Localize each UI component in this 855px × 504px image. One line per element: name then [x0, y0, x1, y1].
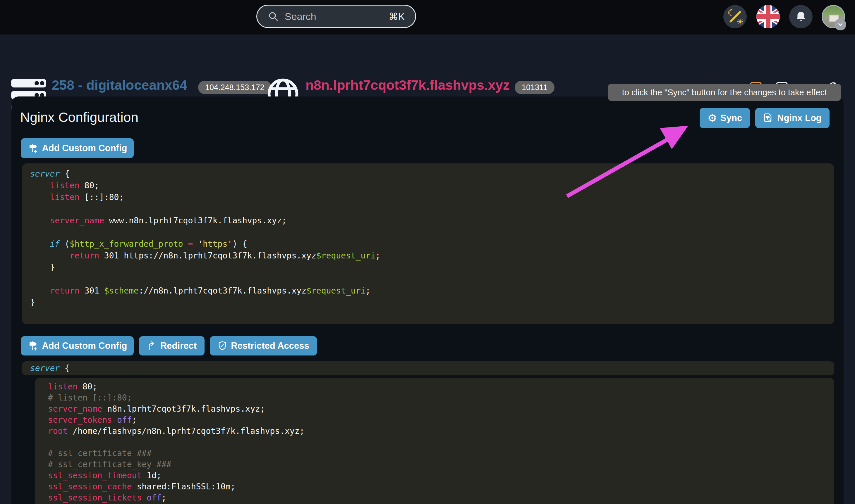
code-line: server { — [30, 168, 834, 180]
add-custom-config-button-2[interactable]: Add Custom Config — [21, 336, 134, 356]
code-line: root /home/flashvps/n8n.lprht7cqot3f7k.f… — [48, 426, 834, 437]
code-line: server_tokens off; — [48, 415, 834, 426]
search-shortcut: ⌘K — [388, 11, 405, 22]
search-placeholder: Search — [285, 11, 316, 22]
site-domain-title[interactable]: n8n.lprht7cqot3f7k.flashvps.xyz — [306, 77, 510, 93]
nginx-log-button-label: Nginx Log — [777, 113, 822, 123]
code-line — [48, 437, 834, 448]
site-id-badge: 101311 — [515, 81, 555, 94]
code-line: return 301 $scheme://n8n.lprht7cqot3f7k.… — [30, 285, 834, 297]
shield-edit-icon — [217, 340, 227, 352]
code-line: listen 80; — [30, 180, 834, 192]
sync-tooltip: to click the "Sync" button for the chang… — [608, 84, 841, 101]
add-custom-config-button[interactable]: Add Custom Config — [21, 138, 134, 158]
code-line: ssl_session_timeout 1d; — [48, 470, 834, 481]
code-line: } — [30, 262, 834, 273]
code-line — [30, 273, 834, 285]
code-line: # listen [::]:80; — [48, 392, 834, 403]
code-line: # ssl_certificate ### — [48, 448, 834, 459]
bell-icon — [795, 11, 807, 23]
gear-sync-icon: ⚙ — [708, 113, 717, 123]
signpost-plus-icon — [27, 340, 38, 352]
code-line: listen 80; — [48, 381, 834, 392]
page: Search ⌘K ☾ ☀ — [0, 0, 855, 504]
code-line: return 301 https://n8n.lprht7cqot3f7k.fl… — [30, 250, 834, 262]
restricted-access-button[interactable]: Restricted Access — [210, 336, 317, 356]
code-line: # ssl_certificate_key ### — [48, 459, 834, 470]
restricted-access-label: Restricted Access — [231, 341, 309, 351]
code-line: ssl_session_tickets off; — [48, 492, 834, 503]
chevron-down-icon — [837, 21, 843, 28]
log-search-icon — [763, 112, 774, 124]
signpost-plus-icon — [27, 142, 38, 154]
server-ip-badge: 104.248.153.172 — [198, 81, 272, 94]
code-line: server { — [30, 361, 834, 375]
add-custom-config-label-2: Add Custom Config — [42, 341, 127, 351]
nginx-log-button[interactable]: Nginx Log — [755, 108, 830, 128]
server-title[interactable]: 258 - digitaloceanx64 — [52, 77, 187, 93]
code-line: ssl_session_cache shared:FlashSSL:10m; — [48, 481, 834, 492]
code-line: if ($http_x_forwarded_proto = 'https') { — [30, 238, 834, 250]
code-line — [30, 227, 834, 238]
code-line: listen [::]:80; — [30, 192, 834, 203]
redirect-arrow-icon — [147, 341, 157, 351]
theme-toggle-button[interactable]: ☾ ☀ — [723, 5, 747, 28]
search-input[interactable]: Search ⌘K — [256, 5, 416, 28]
nginx-config-editor-2-header[interactable]: server { — [22, 361, 834, 375]
sun-icon: ☀ — [736, 17, 744, 26]
page-title: Nginx Configuration — [20, 109, 138, 125]
nginx-config-editor-1[interactable]: server { listen 80; listen [::]:80; serv… — [22, 163, 834, 324]
notifications-button[interactable] — [789, 5, 813, 28]
avatar-menu-button[interactable] — [835, 19, 846, 31]
code-line — [30, 203, 834, 215]
redirect-button[interactable]: Redirect — [139, 336, 205, 356]
top-bar: Search ⌘K ☾ ☀ — [0, 0, 855, 35]
code-line: server_name www.n8n.lprht7cqot3f7k.flash… — [30, 215, 834, 227]
sync-button[interactable]: ⚙ Sync — [700, 108, 750, 128]
language-flag-button[interactable] — [756, 5, 780, 28]
redirect-button-label: Redirect — [160, 341, 197, 351]
nginx-config-editor-2[interactable]: listen 80;# listen [::]:80;server_name n… — [35, 378, 834, 504]
add-custom-config-label: Add Custom Config — [42, 143, 127, 154]
sync-button-label: Sync — [720, 113, 742, 123]
code-line: } — [30, 297, 834, 308]
search-icon — [268, 11, 279, 22]
code-line: server_name n8n.lprht7cqot3f7k.flashvps.… — [48, 403, 834, 415]
